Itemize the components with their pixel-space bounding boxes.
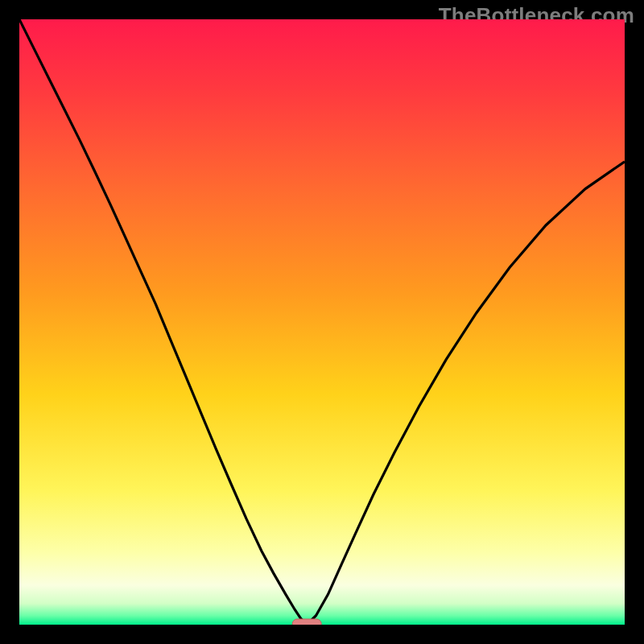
plot-area bbox=[19, 19, 625, 625]
chart-frame: TheBottleneck.com bbox=[0, 0, 644, 644]
gradient-background bbox=[19, 19, 625, 625]
bottleneck-chart bbox=[19, 19, 625, 625]
optimal-point-marker bbox=[292, 619, 321, 625]
